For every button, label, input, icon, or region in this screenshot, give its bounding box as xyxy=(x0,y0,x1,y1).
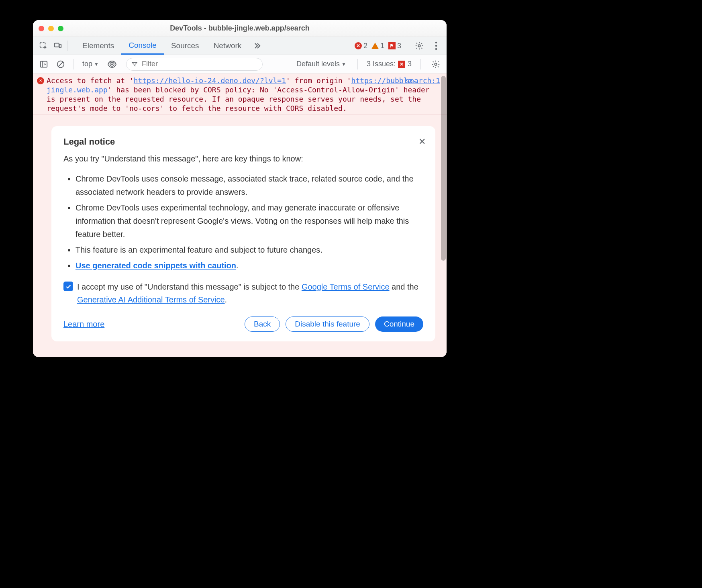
genai-tos-link[interactable]: Generative AI Additional Terms of Servic… xyxy=(77,295,225,304)
window-title: DevTools - bubble-jingle.web.app/search xyxy=(170,24,310,33)
accept-text: I accept my use of "Understand this mess… xyxy=(77,280,423,306)
sidebar-toggle-icon[interactable] xyxy=(38,58,50,70)
tab-sources[interactable]: Sources xyxy=(164,37,206,55)
log-levels-selector[interactable]: Default levels▼ xyxy=(294,60,349,68)
console-body: ✕ Access to fetch at 'https://hello-io-2… xyxy=(33,74,447,357)
zoom-window[interactable] xyxy=(58,26,63,31)
close-window[interactable] xyxy=(39,26,44,31)
inspect-icon[interactable] xyxy=(37,39,50,52)
svg-point-5 xyxy=(435,45,437,47)
kebab-icon[interactable] xyxy=(430,39,443,52)
error-icon: ✕ xyxy=(37,77,44,84)
hidden-count[interactable]: ⚑3 xyxy=(388,42,401,50)
svg-rect-1 xyxy=(55,43,59,47)
back-button[interactable]: Back xyxy=(245,316,280,332)
list-item: Chrome DevTools uses experimental techno… xyxy=(76,201,423,241)
tab-network[interactable]: Network xyxy=(206,37,249,55)
settings-icon[interactable] xyxy=(413,39,426,52)
svg-rect-7 xyxy=(41,61,47,67)
tabs-overflow-icon[interactable] xyxy=(249,37,266,55)
list-item: Use generated code snippets with caution… xyxy=(76,259,423,272)
accept-checkbox[interactable] xyxy=(63,282,73,291)
context-selector[interactable]: top▼ xyxy=(80,60,101,68)
svg-point-3 xyxy=(418,45,420,47)
tos-link[interactable]: Google Terms of Service xyxy=(302,282,390,291)
device-toggle-icon[interactable] xyxy=(51,39,64,52)
close-icon[interactable]: ✕ xyxy=(418,137,426,147)
svg-point-6 xyxy=(435,48,437,50)
list-item: This feature is an experimental feature … xyxy=(76,243,423,257)
legal-notice-card: ✕ Legal notice As you try "Understand th… xyxy=(51,126,435,341)
minimize-window[interactable] xyxy=(48,26,54,31)
svg-point-13 xyxy=(435,63,437,65)
continue-button[interactable]: Continue xyxy=(375,316,423,332)
disable-feature-button[interactable]: Disable this feature xyxy=(286,316,369,332)
issues-link[interactable]: 3 Issues:✕3 xyxy=(367,60,412,68)
filter-icon xyxy=(131,61,138,67)
svg-point-12 xyxy=(111,63,113,65)
console-error-message[interactable]: ✕ Access to fetch at 'https://hello-io-2… xyxy=(33,74,447,115)
titlebar: DevTools - bubble-jingle.web.app/search xyxy=(33,20,447,37)
card-title: Legal notice xyxy=(63,137,423,147)
svg-point-4 xyxy=(435,42,437,43)
warning-count[interactable]: 1 xyxy=(371,42,384,50)
message-text: Access to fetch at 'https://hello-io-24.… xyxy=(47,76,441,113)
notice-list: Chrome DevTools uses console message, as… xyxy=(67,172,423,272)
message-link-1[interactable]: https://hello-io-24.deno.dev/?lvl=1 xyxy=(134,76,286,85)
source-link[interactable]: search:1 xyxy=(405,76,440,85)
caution-link[interactable]: Use generated code snippets with caution xyxy=(76,261,236,270)
accept-row: I accept my use of "Understand this mess… xyxy=(63,280,423,306)
console-toolbar: top▼ Default levels▼ 3 Issues:✕3 xyxy=(33,55,447,74)
card-footer: Learn more Back Disable this feature Con… xyxy=(63,316,423,332)
live-expression-icon[interactable] xyxy=(106,58,118,70)
main-toolbar: Elements Console Sources Network ✕2 1 ⚑3 xyxy=(33,37,447,55)
card-intro: As you try "Understand this message", he… xyxy=(63,154,423,163)
filter-input[interactable] xyxy=(126,58,263,71)
panel-tabs: Elements Console Sources Network xyxy=(75,37,266,55)
tab-elements[interactable]: Elements xyxy=(75,37,121,55)
scrollbar[interactable] xyxy=(441,76,446,261)
window-controls xyxy=(39,26,63,31)
error-count[interactable]: ✕2 xyxy=(355,42,367,50)
svg-line-10 xyxy=(59,62,63,66)
console-settings-icon[interactable] xyxy=(430,58,442,70)
svg-rect-2 xyxy=(59,44,61,47)
devtools-window: DevTools - bubble-jingle.web.app/search … xyxy=(33,20,447,357)
list-item: Chrome DevTools uses console message, as… xyxy=(76,172,423,199)
learn-more-link[interactable]: Learn more xyxy=(63,320,104,329)
tab-console[interactable]: Console xyxy=(121,37,164,55)
clear-console-icon[interactable] xyxy=(55,58,67,70)
